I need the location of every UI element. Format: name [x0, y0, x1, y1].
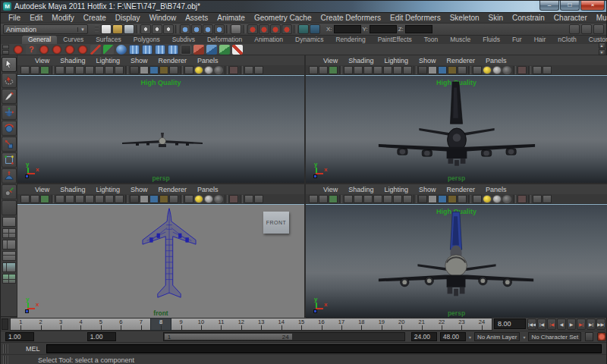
- wireframe-icon[interactable]: [418, 195, 427, 203]
- tick-13[interactable]: 13: [251, 318, 271, 330]
- help-line-grip[interactable]: [3, 356, 9, 364]
- pbtn-item[interactable]: ◀: [557, 318, 566, 330]
- safe-action-icon[interactable]: [105, 195, 114, 203]
- save-scene-icon[interactable]: [124, 24, 134, 34]
- vpm-show[interactable]: Show: [414, 186, 442, 193]
- animation-start-field[interactable]: 1.00: [5, 332, 34, 341]
- cylinder-small-1-icon[interactable]: [155, 45, 165, 55]
- pane-menu-icon[interactable]: [20, 195, 30, 203]
- tool-settings-icon[interactable]: [581, 24, 592, 34]
- channel-box-icon[interactable]: [593, 24, 604, 34]
- tab-animation[interactable]: Animation: [248, 36, 289, 44]
- textured-icon[interactable]: [438, 66, 447, 74]
- yellow-sphere-icon[interactable]: [194, 195, 203, 203]
- cylinders-pair-icon[interactable]: [142, 45, 153, 55]
- snap-point-icon[interactable]: [203, 24, 213, 34]
- tick-3[interactable]: 3: [51, 318, 71, 330]
- camera-select-icon[interactable]: [344, 66, 353, 74]
- shadows-icon[interactable]: [458, 66, 467, 74]
- item-skeleton[interactable]: Skeleton: [445, 14, 484, 22]
- image-plane-icon[interactable]: [329, 66, 338, 74]
- tab-fur[interactable]: Fur: [506, 36, 528, 44]
- vpm-lighting[interactable]: Lighting: [379, 186, 414, 193]
- resolution-gate-icon[interactable]: [85, 195, 94, 203]
- tick-22[interactable]: 22: [432, 318, 451, 330]
- airplane-model-rear-view[interactable]: [377, 80, 536, 177]
- yellow-sphere-icon[interactable]: [194, 66, 203, 74]
- grid-icon[interactable]: [354, 195, 363, 203]
- yellow-sphere-icon[interactable]: [483, 66, 492, 74]
- open-scene-icon[interactable]: [112, 24, 123, 34]
- tick-19[interactable]: 19: [372, 318, 392, 330]
- item-create-deformers[interactable]: Create Deformers: [316, 14, 385, 22]
- command-line-label[interactable]: MEL: [26, 345, 40, 353]
- gate-mask-icon[interactable]: [95, 66, 104, 74]
- default-material-icon[interactable]: [184, 195, 193, 203]
- item-skin[interactable]: Skin: [484, 14, 508, 22]
- arrow-green-icon[interactable]: [103, 45, 114, 55]
- lights-icon[interactable]: [159, 66, 168, 74]
- y-input[interactable]: [370, 25, 397, 33]
- safe-action-icon[interactable]: [393, 195, 402, 203]
- tick-4[interactable]: 4: [71, 318, 90, 330]
- tick-9[interactable]: 9: [171, 318, 190, 330]
- gate-mask-icon[interactable]: [383, 195, 392, 203]
- layout-persp-outliner-button[interactable]: [2, 262, 16, 272]
- move-tool-button[interactable]: [2, 105, 17, 120]
- snap-live-icon[interactable]: [214, 24, 225, 34]
- menu-set-dropdown[interactable]: Animation ▼: [3, 24, 88, 34]
- tab-muscle[interactable]: Muscle: [444, 36, 476, 44]
- safe-title-icon[interactable]: [115, 66, 124, 74]
- magnet-b-icon[interactable]: [259, 24, 269, 34]
- reel-red-4-icon[interactable]: [64, 45, 75, 55]
- title-bar[interactable]: M Autodesk Maya 2011 Hotfix 1: F:\NET\74…: [1, 1, 606, 13]
- isolate-icon[interactable]: [517, 66, 527, 74]
- image-plane-icon[interactable]: [40, 195, 49, 203]
- layout-vertical-split-button[interactable]: [2, 240, 16, 249]
- default-material-icon[interactable]: [184, 66, 193, 74]
- reel-red-5-icon[interactable]: [77, 45, 88, 55]
- shadows-icon[interactable]: [169, 66, 178, 74]
- tab-ncloth[interactable]: nCloth: [552, 36, 583, 44]
- render-view-icon[interactable]: [298, 24, 309, 34]
- vpm-view[interactable]: View: [318, 186, 343, 193]
- tab-hair[interactable]: Hair: [528, 36, 552, 44]
- universal-manipulator-button[interactable]: [2, 152, 17, 168]
- textured-icon[interactable]: [149, 66, 159, 74]
- image-plane-icon[interactable]: [40, 66, 49, 74]
- tick-14[interactable]: 14: [271, 318, 291, 330]
- film-gate-icon[interactable]: [363, 195, 373, 203]
- tick-11[interactable]: 11: [211, 318, 231, 330]
- new-scene-icon[interactable]: [101, 24, 112, 34]
- grid-icon[interactable]: [354, 66, 363, 74]
- magnet-d-icon[interactable]: [281, 24, 292, 34]
- select-object-icon[interactable]: [152, 24, 162, 34]
- minimize-button[interactable]: –: [539, 1, 559, 11]
- curve-red-icon[interactable]: [90, 45, 101, 55]
- camera-select-icon[interactable]: [344, 195, 353, 203]
- paint-select-tool-button[interactable]: [2, 89, 17, 104]
- pbtn-item[interactable]: ▶▶|: [596, 318, 605, 330]
- safe-title-icon[interactable]: [115, 195, 124, 203]
- item-file[interactable]: File: [4, 14, 25, 22]
- character-set-dropdown[interactable]: No Character Set: [528, 332, 581, 341]
- time-slider[interactable]: 123456789101112131415161718192021222324: [10, 318, 492, 331]
- default-material-icon[interactable]: [473, 66, 482, 74]
- anim-layer-dropdown[interactable]: No Anim Layer: [474, 332, 520, 341]
- rotate-tool-button[interactable]: [2, 121, 17, 136]
- tick-8[interactable]: 8: [151, 318, 171, 330]
- pbtn-item[interactable]: ▶|: [587, 318, 596, 330]
- lights-icon[interactable]: [448, 66, 457, 74]
- vpm-show[interactable]: Show: [125, 186, 153, 193]
- chevron-down-icon[interactable]: ▾: [523, 334, 525, 340]
- reel-red-3-icon[interactable]: [52, 45, 62, 55]
- front-image-plane-tile[interactable]: FRONT: [263, 212, 289, 234]
- item-assets[interactable]: Assets: [181, 14, 212, 22]
- item-animate[interactable]: Animate: [212, 14, 250, 22]
- shelf-up-icon[interactable]: [2, 45, 9, 49]
- lasso-tool-button[interactable]: [2, 73, 17, 88]
- reel-red-2-icon[interactable]: [39, 45, 49, 55]
- tab-subdivs[interactable]: Subdivs: [166, 36, 201, 44]
- vpm-lighting[interactable]: Lighting: [90, 186, 125, 193]
- safe-title-icon[interactable]: [403, 195, 412, 203]
